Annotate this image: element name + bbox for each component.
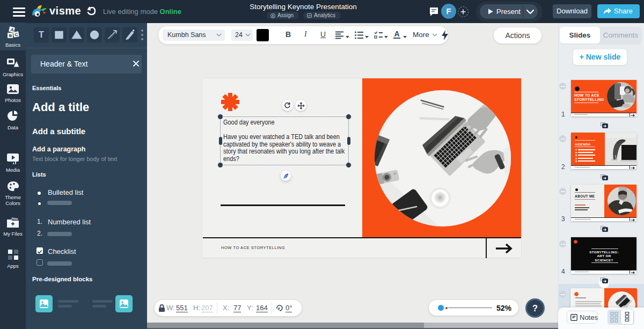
svg-text:T: T: [39, 30, 44, 39]
svg-text:B: B: [9, 33, 12, 38]
